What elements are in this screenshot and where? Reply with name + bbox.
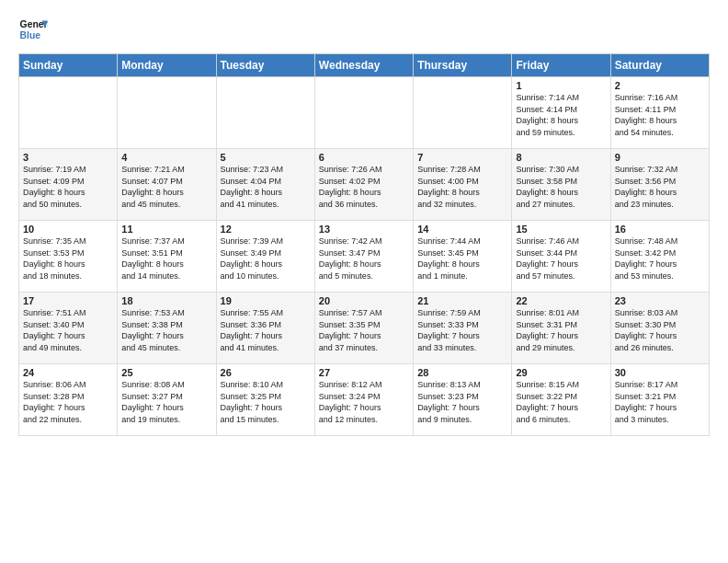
weekday-header-sunday: Sunday: [19, 54, 118, 77]
day-info: Sunrise: 7:59 AM Sunset: 3:33 PM Dayligh…: [417, 307, 507, 353]
day-info: Sunrise: 8:03 AM Sunset: 3:30 PM Dayligh…: [615, 307, 705, 353]
day-number: 24: [23, 367, 113, 378]
page: General Blue SundayMondayTuesdayWednesda…: [0, 0, 728, 563]
week-row-5: 24Sunrise: 8:06 AM Sunset: 3:28 PM Dayli…: [19, 364, 710, 436]
day-info: Sunrise: 8:17 AM Sunset: 3:21 PM Dayligh…: [615, 379, 705, 425]
day-number: 28: [417, 367, 507, 378]
day-info: Sunrise: 7:39 AM Sunset: 3:49 PM Dayligh…: [221, 236, 311, 282]
day-cell-22: 22Sunrise: 8:01 AM Sunset: 3:31 PM Dayli…: [512, 293, 610, 364]
empty-cell: [19, 77, 118, 149]
day-info: Sunrise: 7:30 AM Sunset: 3:58 PM Dayligh…: [516, 164, 606, 210]
day-info: Sunrise: 7:19 AM Sunset: 4:09 PM Dayligh…: [23, 164, 113, 210]
empty-cell: [118, 77, 216, 149]
day-cell-26: 26Sunrise: 8:10 AM Sunset: 3:25 PM Dayli…: [216, 364, 314, 436]
day-cell-12: 12Sunrise: 7:39 AM Sunset: 3:49 PM Dayli…: [216, 221, 314, 293]
day-number: 8: [516, 152, 606, 163]
header: General Blue: [18, 15, 710, 44]
day-number: 17: [23, 295, 113, 306]
calendar-table: SundayMondayTuesdayWednesdayThursdayFrid…: [18, 53, 710, 436]
day-number: 26: [221, 367, 311, 378]
day-info: Sunrise: 7:32 AM Sunset: 3:56 PM Dayligh…: [615, 164, 705, 210]
day-cell-9: 9Sunrise: 7:32 AM Sunset: 3:56 PM Daylig…: [610, 149, 709, 221]
svg-text:Blue: Blue: [20, 30, 41, 40]
weekday-header-saturday: Saturday: [610, 54, 709, 77]
day-info: Sunrise: 7:23 AM Sunset: 4:04 PM Dayligh…: [221, 164, 311, 210]
day-number: 27: [319, 367, 409, 378]
day-cell-16: 16Sunrise: 7:48 AM Sunset: 3:42 PM Dayli…: [610, 221, 709, 293]
day-cell-4: 4Sunrise: 7:21 AM Sunset: 4:07 PM Daylig…: [118, 149, 216, 221]
day-number: 22: [516, 295, 606, 306]
day-cell-21: 21Sunrise: 7:59 AM Sunset: 3:33 PM Dayli…: [414, 293, 512, 364]
day-number: 9: [615, 152, 705, 163]
day-number: 6: [319, 152, 409, 163]
day-cell-19: 19Sunrise: 7:55 AM Sunset: 3:36 PM Dayli…: [216, 293, 314, 364]
day-number: 14: [417, 224, 507, 235]
day-cell-18: 18Sunrise: 7:53 AM Sunset: 3:38 PM Dayli…: [118, 293, 216, 364]
day-number: 2: [615, 80, 705, 91]
week-row-1: 1Sunrise: 7:14 AM Sunset: 4:14 PM Daylig…: [19, 77, 710, 149]
day-info: Sunrise: 7:53 AM Sunset: 3:38 PM Dayligh…: [121, 307, 211, 353]
week-row-4: 17Sunrise: 7:51 AM Sunset: 3:40 PM Dayli…: [19, 293, 710, 364]
day-info: Sunrise: 8:06 AM Sunset: 3:28 PM Dayligh…: [23, 379, 113, 425]
weekday-header-row: SundayMondayTuesdayWednesdayThursdayFrid…: [19, 54, 710, 77]
day-cell-3: 3Sunrise: 7:19 AM Sunset: 4:09 PM Daylig…: [19, 149, 118, 221]
day-number: 20: [319, 295, 409, 306]
day-info: Sunrise: 8:01 AM Sunset: 3:31 PM Dayligh…: [516, 307, 606, 353]
day-info: Sunrise: 8:10 AM Sunset: 3:25 PM Dayligh…: [221, 379, 311, 425]
empty-cell: [314, 77, 413, 149]
day-cell-6: 6Sunrise: 7:26 AM Sunset: 4:02 PM Daylig…: [314, 149, 413, 221]
weekday-header-wednesday: Wednesday: [314, 54, 413, 77]
day-number: 4: [121, 152, 211, 163]
day-info: Sunrise: 7:46 AM Sunset: 3:44 PM Dayligh…: [516, 236, 606, 282]
week-row-3: 10Sunrise: 7:35 AM Sunset: 3:53 PM Dayli…: [19, 221, 710, 293]
day-info: Sunrise: 7:48 AM Sunset: 3:42 PM Dayligh…: [615, 236, 705, 282]
day-info: Sunrise: 7:16 AM Sunset: 4:11 PM Dayligh…: [615, 92, 705, 138]
day-number: 29: [516, 367, 606, 378]
day-cell-14: 14Sunrise: 7:44 AM Sunset: 3:45 PM Dayli…: [414, 221, 512, 293]
day-cell-27: 27Sunrise: 8:12 AM Sunset: 3:24 PM Dayli…: [314, 364, 413, 436]
day-cell-30: 30Sunrise: 8:17 AM Sunset: 3:21 PM Dayli…: [610, 364, 709, 436]
day-info: Sunrise: 7:14 AM Sunset: 4:14 PM Dayligh…: [516, 92, 606, 138]
day-cell-8: 8Sunrise: 7:30 AM Sunset: 3:58 PM Daylig…: [512, 149, 610, 221]
weekday-header-monday: Monday: [118, 54, 216, 77]
logo: General Blue: [18, 15, 48, 44]
weekday-header-tuesday: Tuesday: [216, 54, 314, 77]
day-number: 30: [615, 367, 705, 378]
empty-cell: [414, 77, 512, 149]
day-number: 10: [23, 224, 113, 235]
day-cell-29: 29Sunrise: 8:15 AM Sunset: 3:22 PM Dayli…: [512, 364, 610, 436]
day-cell-20: 20Sunrise: 7:57 AM Sunset: 3:35 PM Dayli…: [314, 293, 413, 364]
day-number: 15: [516, 224, 606, 235]
day-cell-1: 1Sunrise: 7:14 AM Sunset: 4:14 PM Daylig…: [512, 77, 610, 149]
day-cell-7: 7Sunrise: 7:28 AM Sunset: 4:00 PM Daylig…: [414, 149, 512, 221]
day-number: 25: [121, 367, 211, 378]
day-cell-10: 10Sunrise: 7:35 AM Sunset: 3:53 PM Dayli…: [19, 221, 118, 293]
day-info: Sunrise: 7:28 AM Sunset: 4:00 PM Dayligh…: [417, 164, 507, 210]
day-cell-17: 17Sunrise: 7:51 AM Sunset: 3:40 PM Dayli…: [19, 293, 118, 364]
day-cell-5: 5Sunrise: 7:23 AM Sunset: 4:04 PM Daylig…: [216, 149, 314, 221]
day-info: Sunrise: 7:26 AM Sunset: 4:02 PM Dayligh…: [319, 164, 409, 210]
day-number: 12: [221, 224, 311, 235]
day-info: Sunrise: 7:42 AM Sunset: 3:47 PM Dayligh…: [319, 236, 409, 282]
day-number: 13: [319, 224, 409, 235]
day-info: Sunrise: 8:15 AM Sunset: 3:22 PM Dayligh…: [516, 379, 606, 425]
day-cell-28: 28Sunrise: 8:13 AM Sunset: 3:23 PM Dayli…: [414, 364, 512, 436]
day-info: Sunrise: 7:35 AM Sunset: 3:53 PM Dayligh…: [23, 236, 113, 282]
day-info: Sunrise: 7:55 AM Sunset: 3:36 PM Dayligh…: [221, 307, 311, 353]
day-number: 23: [615, 295, 705, 306]
day-cell-2: 2Sunrise: 7:16 AM Sunset: 4:11 PM Daylig…: [610, 77, 709, 149]
day-number: 5: [221, 152, 311, 163]
day-cell-24: 24Sunrise: 8:06 AM Sunset: 3:28 PM Dayli…: [19, 364, 118, 436]
day-info: Sunrise: 7:57 AM Sunset: 3:35 PM Dayligh…: [319, 307, 409, 353]
day-number: 21: [417, 295, 507, 306]
day-info: Sunrise: 7:44 AM Sunset: 3:45 PM Dayligh…: [417, 236, 507, 282]
day-cell-11: 11Sunrise: 7:37 AM Sunset: 3:51 PM Dayli…: [118, 221, 216, 293]
day-number: 3: [23, 152, 113, 163]
day-cell-25: 25Sunrise: 8:08 AM Sunset: 3:27 PM Dayli…: [118, 364, 216, 436]
day-cell-13: 13Sunrise: 7:42 AM Sunset: 3:47 PM Dayli…: [314, 221, 413, 293]
day-cell-15: 15Sunrise: 7:46 AM Sunset: 3:44 PM Dayli…: [512, 221, 610, 293]
day-number: 16: [615, 224, 705, 235]
day-number: 1: [516, 80, 606, 91]
weekday-header-thursday: Thursday: [414, 54, 512, 77]
day-number: 18: [121, 295, 211, 306]
